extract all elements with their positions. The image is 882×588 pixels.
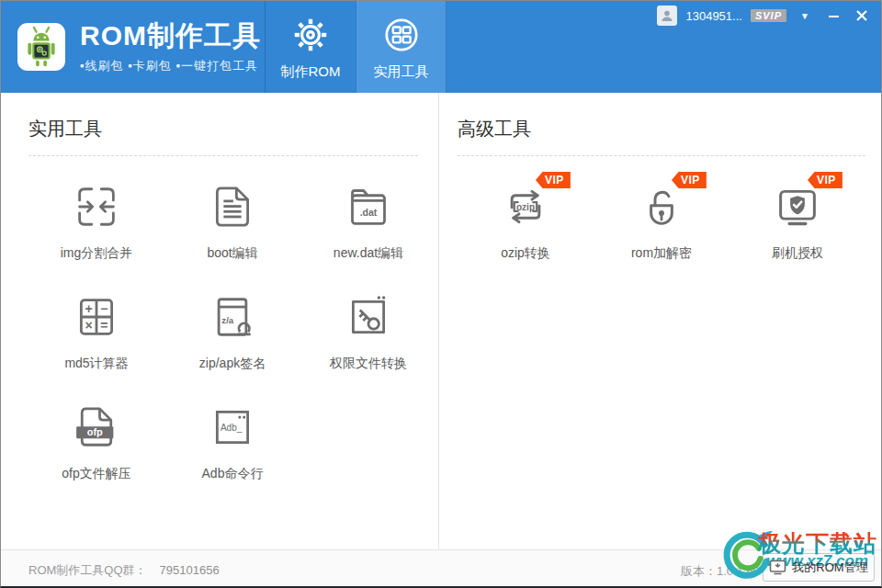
tab-utilities[interactable]: 实用工具: [356, 1, 447, 93]
titlebar-controls: 1304951... SVIP ▼: [657, 6, 872, 26]
key-icon: [343, 291, 394, 343]
app-header: ROM制作工具 ▪线刷包 ▪卡刷包 ▪一键打包工具: [1, 1, 881, 93]
gear-icon: [289, 14, 332, 56]
advanced-section: 高级工具 ozip: [439, 93, 882, 549]
svip-badge: SVIP: [751, 9, 786, 22]
tool-label: ozip转换: [501, 245, 550, 262]
grid-icon: [380, 14, 423, 56]
app-window: ROM制作工具 ▪线刷包 ▪卡刷包 ▪一键打包工具: [0, 0, 882, 588]
tool-label: ofp文件解压: [62, 466, 130, 482]
tool-ofp-unzip[interactable]: ofp ofp文件解压: [28, 377, 164, 487]
version-label: 版本：: [681, 564, 717, 578]
tab-make-rom-label: 制作ROM: [281, 63, 341, 81]
utilities-section: 实用工具 img分割合并: [1, 93, 439, 549]
app-title-block: ROM制作工具 ▪线刷包 ▪卡刷包 ▪一键打包工具: [80, 20, 261, 74]
tool-rom-encrypt-decrypt[interactable]: VIP rom加解密: [594, 156, 729, 266]
utilities-grid: img分割合并 boot编辑: [28, 156, 418, 487]
tool-label: Adb命令行: [202, 466, 264, 482]
qq-group-info: ROM制作工具QQ群：795101656: [28, 562, 220, 579]
tool-img-split-merge[interactable]: img分割合并: [28, 156, 164, 266]
tool-label: new.dat编辑: [334, 245, 403, 262]
account-name[interactable]: 1304951...: [685, 9, 741, 23]
person-icon: [661, 9, 673, 22]
tool-label: md5计算器: [64, 356, 128, 372]
minimize-icon: [828, 10, 840, 22]
tool-ozip-convert[interactable]: ozip VIP ozip转换: [458, 156, 594, 266]
tool-label: boot编辑: [207, 245, 257, 262]
main-nav-tabs: 制作ROM 实用工具: [265, 1, 447, 93]
vip-badge: VIP: [808, 172, 842, 188]
tool-label: 刷机授权: [772, 245, 823, 262]
split-merge-icon: [71, 181, 122, 232]
dat-icon-text: .dat: [360, 207, 378, 218]
calc-plus: +: [85, 301, 93, 316]
vip-badge: VIP: [672, 172, 707, 188]
utilities-section-title: 实用工具: [28, 117, 418, 141]
version-number: 1.0.1.60: [717, 564, 760, 578]
minimize-button[interactable]: [823, 6, 843, 26]
vip-badge: VIP: [536, 172, 571, 188]
my-rom-manage-button[interactable]: [763, 553, 875, 582]
tool-label: zip/apk签名: [199, 356, 266, 372]
ozip-cycle-icon: ozip: [500, 181, 551, 232]
shield-monitor-icon: [772, 181, 823, 232]
tool-newdat-edit[interactable]: .dat new.dat编辑: [300, 156, 436, 266]
dat-folder-icon: .dat: [343, 181, 394, 232]
calc-times: ×: [85, 318, 93, 333]
ofp-icon-text: ofp: [87, 426, 103, 437]
za-icon-text: z/a: [221, 315, 233, 325]
terminal-icon: Adb_: [207, 401, 258, 453]
tool-flash-authorize[interactable]: VIP 刷机授权: [729, 156, 865, 266]
ofp-file-icon: ofp: [71, 401, 122, 453]
tool-zip-apk-sign[interactable]: z/a zip/apk签名: [164, 266, 300, 377]
app-subtitle: ▪线刷包 ▪卡刷包 ▪一键打包工具: [80, 58, 261, 74]
version-info: 版本：1.0.1.60: [681, 563, 760, 580]
user-avatar[interactable]: [657, 6, 677, 26]
padlock-icon: [636, 181, 687, 232]
qq-group-number: 795101656: [160, 563, 220, 577]
advanced-grid: ozip VIP ozip转换: [458, 156, 865, 266]
adb-icon-text: Adb_: [220, 423, 243, 433]
tab-make-rom[interactable]: 制作ROM: [265, 1, 356, 93]
tool-label: rom加解密: [631, 245, 692, 262]
close-icon: [856, 10, 867, 21]
tool-boot-edit[interactable]: boot编辑: [164, 156, 300, 266]
calc-equals: =: [100, 318, 107, 333]
ozip-icon-text: ozip: [516, 202, 535, 212]
tool-label: 权限文件转换: [330, 356, 407, 372]
advanced-section-title: 高级工具: [458, 117, 865, 141]
qq-group-label: ROM制作工具QQ群：: [28, 563, 147, 577]
stamp-sign-icon: z/a: [207, 291, 258, 343]
calculator-icon: + − × =: [71, 291, 122, 343]
tab-utilities-label: 实用工具: [374, 63, 429, 81]
document-icon: [207, 181, 258, 232]
status-bar: ROM制作工具QQ群：795101656 版本：1.0.1.60 极光下载站 w…: [1, 549, 881, 586]
calc-minus: −: [100, 301, 107, 316]
main-content: 实用工具 img分割合并: [1, 93, 881, 549]
tool-label: img分割合并: [61, 245, 133, 262]
tool-adb-cmdline[interactable]: Adb_ Adb命令行: [164, 377, 300, 487]
app-logo-android-icon: [17, 23, 65, 71]
dropdown-arrow-icon[interactable]: ▼: [795, 6, 815, 26]
app-title: ROM制作工具: [80, 20, 261, 51]
tool-permission-convert[interactable]: 权限文件转换: [300, 266, 436, 377]
close-button[interactable]: [852, 6, 872, 26]
tool-md5-calculator[interactable]: + − × = md5计算器: [28, 266, 164, 377]
